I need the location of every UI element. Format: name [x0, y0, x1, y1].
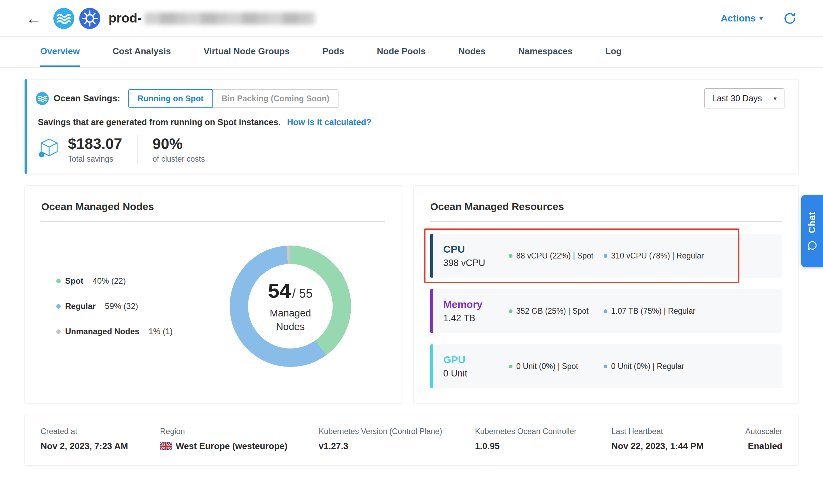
nodes-legend: Spot 40% (22) Regular 59% (32) Unmanaged…: [56, 276, 173, 336]
k8s-version-label: Kubernetes Version (Control Plane): [319, 427, 475, 436]
spot-dot: [509, 254, 512, 258]
page-title: prod-: [109, 11, 142, 26]
resource-value: 0 Unit: [443, 368, 509, 379]
resource-row-memory: Memory 1.42 TB 352 GB (25%) | Spot 1.07 …: [430, 289, 782, 333]
resource-accent-bar: [430, 289, 433, 333]
spot-stat-text: 88 vCPU (22%) | Spot: [516, 251, 593, 261]
period-dropdown-value: Last 30 Days: [712, 93, 762, 103]
ocean-managed-nodes-card: Ocean Managed Nodes Spot 40% (22) Regula…: [25, 186, 402, 403]
total-savings-value: $183.07: [68, 135, 122, 152]
legend-item-unmanaged: Unmanaged Nodes 1% (1): [56, 327, 173, 336]
legend-separator: [144, 327, 144, 336]
cluster-tab-bar: Overview Cost Analysis Virtual Node Grou…: [0, 37, 823, 68]
bin-packing-toggle[interactable]: Bin Packing (Coming Soon): [213, 89, 338, 108]
wave-icon: [36, 92, 49, 105]
legend-dot: [56, 304, 61, 309]
divider: [430, 221, 782, 222]
total-savings-label: Total savings: [68, 154, 122, 164]
resource-name: CPU: [443, 243, 509, 255]
resource-accent-bar: [430, 344, 433, 388]
savings-cube-icon: [38, 137, 60, 159]
managed-nodes-title: Ocean Managed Nodes: [41, 201, 385, 212]
region-label: Region: [160, 427, 319, 436]
legend-dot: [56, 279, 61, 283]
regular-stat: 1.07 TB (75%) | Regular: [604, 307, 695, 316]
tab-pods[interactable]: Pods: [322, 37, 344, 67]
divider: [41, 221, 385, 222]
managed-nodes-donut: 54 / 55 Managed Nodes: [230, 246, 351, 367]
uk-flag-icon: [160, 442, 172, 450]
spot-stat: 352 GB (25%) | Spot: [509, 307, 604, 316]
running-on-spot-toggle[interactable]: Running on Spot: [128, 89, 213, 108]
cluster-costs-label: of cluster costs: [153, 154, 205, 164]
created-at-label: Created at: [41, 427, 160, 436]
refresh-icon[interactable]: [783, 11, 797, 26]
tab-virtual-node-groups[interactable]: Virtual Node Groups: [204, 37, 290, 67]
chat-bubble-icon: [807, 240, 818, 251]
legend-value: 59% (32): [105, 301, 138, 311]
cluster-info-footer: Created at Nov 2, 2023, 7:23 AM Region W…: [25, 415, 798, 465]
resource-accent-bar: [430, 234, 433, 278]
legend-value: 40% (22): [92, 276, 126, 286]
managed-nodes-total: / 55: [292, 286, 313, 301]
regular-stat-text: 1.07 TB (75%) | Regular: [611, 307, 695, 316]
chat-button-label: Chat: [807, 211, 818, 233]
k8s-version-value: v1.27.3: [319, 441, 348, 451]
chevron-down-icon: ▾: [759, 14, 763, 23]
regular-stat-text: 310 vCPU (78%) | Regular: [611, 251, 704, 261]
chat-button[interactable]: Chat: [801, 195, 823, 267]
actions-button-label: Actions: [721, 13, 756, 24]
spot-ocean-logo-icon: [53, 8, 74, 29]
savings-description: Savings that are generated from running …: [38, 117, 280, 127]
resource-name: Memory: [443, 299, 509, 310]
tab-overview[interactable]: Overview: [40, 37, 80, 67]
tab-namespaces[interactable]: Namespaces: [518, 37, 573, 67]
period-dropdown[interactable]: Last 30 Days ▾: [704, 88, 784, 108]
resource-value: 398 vCPU: [443, 258, 509, 268]
actions-button[interactable]: Actions ▾: [721, 13, 763, 24]
ocean-controller-column: Kubernetes Ocean Controller 1.0.95: [475, 427, 611, 451]
region-value: West Europe (westeurope): [176, 441, 287, 451]
top-header: ← prod- Actions ▾: [0, 0, 823, 37]
donut-center: 54 / 55 Managed Nodes: [248, 264, 333, 349]
cluster-costs-value: 90%: [153, 135, 205, 152]
spot-dot: [509, 365, 512, 368]
autoscaler-label: Autoscaler: [745, 427, 782, 436]
legend-value: 1% (1): [148, 327, 173, 336]
resource-value: 1.42 TB: [443, 313, 509, 324]
donut-label: Managed Nodes: [260, 307, 321, 333]
cluster-costs-stat: 90% of cluster costs: [153, 135, 205, 164]
created-at-value: Nov 2, 2023, 7:23 AM: [41, 441, 128, 451]
regular-dot: [604, 309, 607, 313]
total-savings-stat: $183.07 Total savings: [68, 135, 122, 164]
regular-dot: [604, 365, 607, 368]
kubernetes-logo-icon: [79, 8, 100, 29]
tab-nodes[interactable]: Nodes: [459, 37, 486, 67]
regular-dot: [604, 254, 607, 258]
last-heartbeat-column: Last Heartbeat Nov 22, 2023, 1:44 PM: [611, 427, 724, 451]
tab-node-pools[interactable]: Node Pools: [377, 37, 426, 67]
k8s-version-column: Kubernetes Version (Control Plane) v1.27…: [319, 427, 475, 451]
tab-cost-analysis[interactable]: Cost Analysis: [113, 37, 171, 67]
managed-nodes-count: 54: [268, 279, 291, 302]
autoscaler-value: Enabled: [748, 441, 782, 451]
legend-label: Spot: [65, 276, 83, 286]
regular-stat: 310 vCPU (78%) | Regular: [604, 251, 704, 261]
ocean-managed-resources-card: Ocean Managed Resources CPU 398 vCPU 88 …: [414, 186, 798, 403]
spot-stat-text: 352 GB (25%) | Spot: [516, 307, 589, 316]
redacted-cluster-name: [144, 12, 315, 25]
legend-separator: [88, 277, 88, 286]
regular-stat-text: 0 Unit (0%) | Regular: [611, 362, 684, 371]
savings-mode-toggle: Running on Spot Bin Packing (Coming Soon…: [128, 89, 338, 108]
tab-log[interactable]: Log: [605, 37, 622, 67]
resource-row-cpu: CPU 398 vCPU 88 vCPU (22%) | Spot 310 vC…: [430, 234, 782, 278]
last-heartbeat-label: Last Heartbeat: [611, 427, 724, 436]
back-arrow-icon[interactable]: ←: [26, 11, 42, 26]
legend-item-regular: Regular 59% (32): [56, 301, 173, 311]
how-calculated-link[interactable]: How is it calculated?: [287, 117, 371, 127]
legend-label: Unmanaged Nodes: [65, 327, 139, 336]
legend-label: Regular: [65, 301, 96, 311]
last-heartbeat-value: Nov 22, 2023, 1:44 PM: [611, 441, 704, 451]
chevron-down-icon: ▾: [774, 95, 777, 102]
spot-dot: [509, 309, 512, 313]
